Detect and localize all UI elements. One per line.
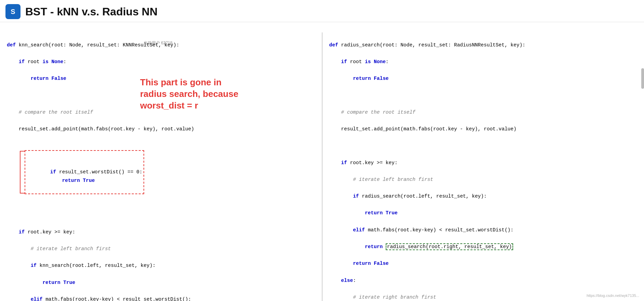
main-content: 当前用户 62718 def knn_search(root: Node, re… — [0, 22, 644, 301]
app-logo: S — [5, 4, 20, 19]
panel-divider — [322, 32, 323, 301]
annotation-line1: This part is gone in — [140, 77, 221, 88]
left-code-panel: 当前用户 62718 def knn_search(root: Node, re… — [7, 32, 315, 301]
knn-search-code: def knn_search(root: Node, result_set: K… — [7, 32, 315, 301]
svg-text:S: S — [11, 8, 15, 15]
page-title: BST - kNN v.s. Radius NN — [25, 5, 157, 18]
radius-search-code: def radius_search(root: Node, result_set… — [329, 32, 638, 301]
right-code-panel: def radius_search(root: Node, result_set… — [329, 32, 638, 301]
page-header: S BST - kNN v.s. Radius NN — [0, 0, 644, 22]
annotation-line3: worst_dist = r — [140, 100, 198, 112]
url-footer: https://blog.csdn.net/wyk7135... — [587, 293, 639, 298]
scrollbar[interactable] — [641, 68, 644, 89]
annotation-callout: This part is gone in radius search, beca… — [140, 77, 238, 111]
annotation-line2: radius search, because — [140, 88, 238, 100]
